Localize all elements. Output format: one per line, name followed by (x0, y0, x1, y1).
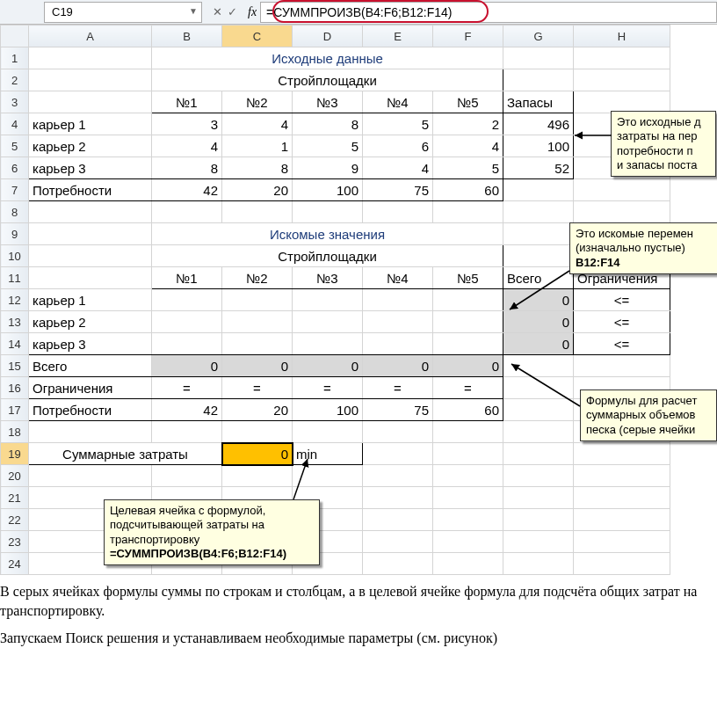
col-label[interactable]: №1 (152, 267, 222, 289)
sum-cell[interactable]: 0 (503, 311, 574, 333)
cell[interactable] (363, 201, 433, 223)
row-header[interactable]: 13 (1, 311, 29, 333)
row-header[interactable]: 12 (1, 289, 29, 311)
var-cell[interactable] (152, 289, 222, 311)
fx-icon[interactable]: fx (248, 5, 257, 19)
sum-cell[interactable]: 0 (503, 333, 574, 355)
cell[interactable] (29, 245, 152, 267)
row-header[interactable]: 22 (1, 509, 29, 531)
var-cell[interactable] (152, 333, 222, 355)
row-label[interactable]: карьер 1 (29, 113, 152, 135)
data-cell[interactable]: 5 (363, 113, 433, 135)
stock-cell[interactable]: 496 (503, 113, 574, 135)
cell[interactable] (363, 443, 433, 465)
cell[interactable] (503, 201, 574, 223)
cell[interactable] (574, 201, 670, 223)
cell[interactable] (293, 421, 363, 443)
col-label[interactable]: №3 (293, 91, 363, 113)
data-cell[interactable]: 4 (363, 157, 433, 179)
cell[interactable] (222, 201, 293, 223)
row-label[interactable]: карьер 1 (29, 289, 152, 311)
col-label[interactable]: №3 (293, 267, 363, 289)
col-header-D[interactable]: D (293, 25, 363, 47)
cell[interactable] (574, 179, 670, 201)
row-label[interactable]: карьер 2 (29, 311, 152, 333)
need-cell[interactable]: 42 (152, 399, 222, 421)
stock-cell[interactable]: 52 (503, 157, 574, 179)
cell[interactable] (152, 465, 222, 487)
constr-label[interactable]: Ограничения (29, 377, 152, 399)
row-header[interactable]: 21 (1, 487, 29, 509)
col-label[interactable]: №2 (222, 267, 293, 289)
cell[interactable] (503, 465, 574, 487)
var-cell[interactable] (293, 333, 363, 355)
row-header[interactable]: 24 (1, 553, 29, 575)
row-label[interactable]: карьер 3 (29, 333, 152, 355)
col-header-C[interactable]: C (222, 25, 293, 47)
col-header-G[interactable]: G (503, 25, 574, 47)
dropdown-icon[interactable]: ▼ (189, 6, 198, 16)
var-cell[interactable] (293, 289, 363, 311)
cell[interactable] (433, 531, 503, 553)
cell[interactable] (574, 443, 670, 465)
col-label[interactable]: №5 (433, 91, 503, 113)
cell[interactable] (503, 399, 574, 421)
row-header[interactable]: 18 (1, 421, 29, 443)
need-label[interactable]: Потребности (29, 399, 152, 421)
var-cell[interactable] (433, 333, 503, 355)
cell[interactable] (29, 201, 152, 223)
row-header[interactable]: 1 (1, 47, 29, 69)
row-header[interactable]: 20 (1, 465, 29, 487)
subtitle-2[interactable]: Стройплощадки (152, 245, 503, 267)
data-cell[interactable]: 8 (293, 113, 363, 135)
var-cell[interactable] (222, 333, 293, 355)
cell[interactable] (433, 509, 503, 531)
row-header[interactable]: 7 (1, 179, 29, 201)
row-label[interactable]: карьер 3 (29, 157, 152, 179)
row-header[interactable]: 16 (1, 377, 29, 399)
cell[interactable] (363, 553, 433, 575)
need-cell[interactable]: 42 (152, 179, 222, 201)
cell[interactable] (574, 355, 670, 377)
cell[interactable] (433, 553, 503, 575)
var-cell[interactable] (293, 311, 363, 333)
totals-label[interactable]: Всего (29, 355, 152, 377)
need-cell[interactable]: 100 (293, 179, 363, 201)
objective-cell[interactable]: 0 (222, 443, 293, 465)
total-cell[interactable]: 0 (222, 355, 293, 377)
op-cell[interactable]: = (363, 377, 433, 399)
data-cell[interactable]: 5 (433, 157, 503, 179)
col-label[interactable]: №4 (363, 91, 433, 113)
cell[interactable] (574, 487, 670, 509)
data-cell[interactable]: 4 (222, 113, 293, 135)
cell[interactable] (503, 47, 574, 69)
op-cell[interactable]: <= (574, 311, 670, 333)
cell[interactable] (574, 47, 670, 69)
op-cell[interactable]: <= (574, 333, 670, 355)
total-cell[interactable]: 0 (293, 355, 363, 377)
col-header-E[interactable]: E (363, 25, 433, 47)
cell[interactable] (503, 179, 574, 201)
cell[interactable] (152, 201, 222, 223)
data-cell[interactable]: 8 (222, 157, 293, 179)
select-all-corner[interactable] (1, 25, 29, 47)
row-header[interactable]: 6 (1, 157, 29, 179)
min-label[interactable]: min (293, 443, 363, 465)
var-cell[interactable] (433, 289, 503, 311)
cell[interactable] (293, 201, 363, 223)
cell[interactable] (29, 223, 152, 245)
cell[interactable] (503, 531, 574, 553)
cell[interactable] (29, 267, 152, 289)
sum-cell[interactable]: 0 (503, 289, 574, 311)
cell[interactable] (503, 223, 574, 245)
cell[interactable] (29, 91, 152, 113)
need-cell[interactable]: 60 (433, 399, 503, 421)
data-cell[interactable]: 5 (293, 135, 363, 157)
cell[interactable] (29, 465, 152, 487)
total-header[interactable]: Всего (503, 267, 574, 289)
data-cell[interactable]: 3 (152, 113, 222, 135)
need-cell[interactable]: 75 (363, 179, 433, 201)
cell[interactable] (293, 465, 363, 487)
var-cell[interactable] (222, 289, 293, 311)
cell[interactable] (152, 421, 222, 443)
